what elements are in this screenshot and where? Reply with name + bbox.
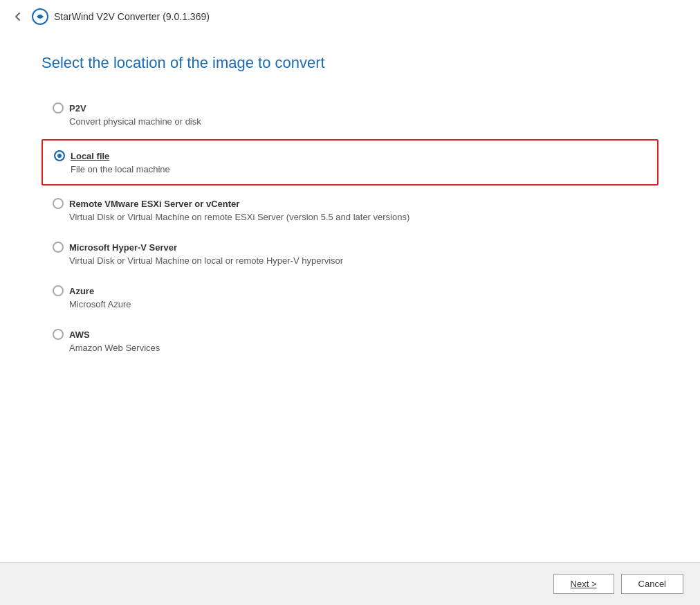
options-list: P2VConvert physical machine or diskLocal… bbox=[42, 93, 658, 363]
option-label-azure: Azure bbox=[69, 286, 94, 296]
cancel-button[interactable]: Cancel bbox=[621, 574, 683, 594]
option-item-local-file[interactable]: Local fileFile on the local machine bbox=[42, 139, 658, 186]
radio-remote-vmware[interactable] bbox=[53, 198, 64, 209]
option-item-remote-vmware[interactable]: Remote VMware ESXi Server or vCenterVirt… bbox=[42, 188, 658, 232]
option-label-aws: AWS bbox=[69, 329, 90, 340]
option-label-hyper-v: Microsoft Hyper-V Server bbox=[69, 242, 177, 253]
option-header-aws: AWS bbox=[53, 329, 647, 340]
option-item-aws[interactable]: AWSAmazon Web Services bbox=[42, 319, 658, 363]
option-desc-remote-vmware: Virtual Disk or Virtual Machine on remot… bbox=[69, 212, 647, 222]
footer: Next > Cancel bbox=[0, 562, 700, 605]
option-label-p2v: P2V bbox=[69, 103, 86, 114]
radio-local-file[interactable] bbox=[54, 150, 65, 161]
option-desc-local-file: File on the local machine bbox=[71, 164, 646, 174]
page-title: Select the location of the image to conv… bbox=[42, 54, 658, 72]
option-item-azure[interactable]: AzureMicrosoft Azure bbox=[42, 276, 658, 319]
app-title: StarWind V2V Converter (9.0.1.369) bbox=[54, 11, 210, 22]
option-header-remote-vmware: Remote VMware ESXi Server or vCenter bbox=[53, 198, 647, 209]
option-desc-hyper-v: Virtual Disk or Virtual Machine on local… bbox=[69, 255, 647, 266]
next-button[interactable]: Next > bbox=[553, 574, 614, 594]
option-desc-aws: Amazon Web Services bbox=[69, 343, 647, 353]
option-desc-azure: Microsoft Azure bbox=[69, 299, 647, 309]
option-label-local-file: Local file bbox=[71, 151, 109, 161]
option-desc-p2v: Convert physical machine or disk bbox=[69, 116, 647, 127]
option-header-p2v: P2V bbox=[53, 102, 647, 114]
option-header-hyper-v: Microsoft Hyper-V Server bbox=[53, 242, 647, 253]
radio-azure[interactable] bbox=[53, 285, 64, 296]
radio-hyper-v[interactable] bbox=[53, 242, 64, 253]
option-label-remote-vmware: Remote VMware ESXi Server or vCenter bbox=[69, 199, 239, 209]
back-button[interactable] bbox=[11, 10, 25, 24]
title-bar: StarWind V2V Converter (9.0.1.369) bbox=[0, 0, 700, 33]
option-header-azure: Azure bbox=[53, 285, 647, 296]
app-icon bbox=[32, 8, 48, 25]
radio-aws[interactable] bbox=[53, 329, 64, 340]
option-item-p2v[interactable]: P2VConvert physical machine or disk bbox=[42, 93, 658, 136]
option-header-local-file: Local file bbox=[54, 150, 646, 161]
radio-p2v[interactable] bbox=[53, 102, 64, 114]
option-item-hyper-v[interactable]: Microsoft Hyper-V ServerVirtual Disk or … bbox=[42, 232, 658, 276]
main-content: Select the location of the image to conv… bbox=[0, 33, 700, 562]
